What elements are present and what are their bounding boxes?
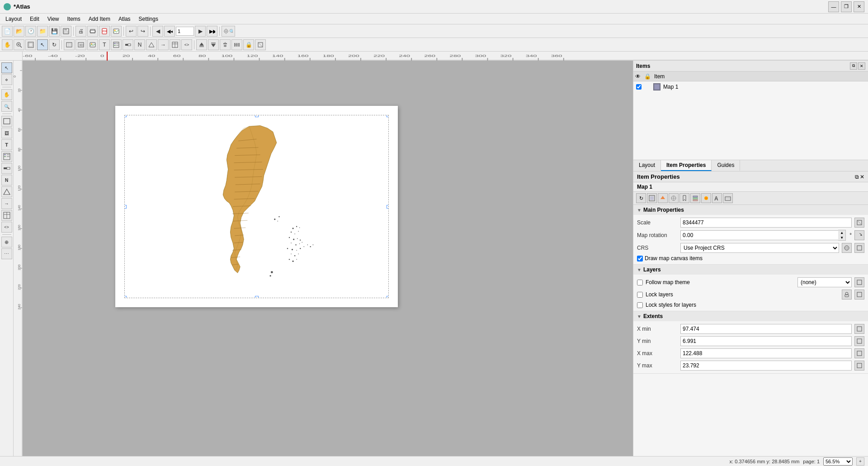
handle-top-right[interactable]: [387, 115, 389, 117]
move-item-content-tool[interactable]: ⊕: [1, 237, 12, 247]
lower-button[interactable]: [208, 39, 219, 50]
close-button[interactable]: ✕: [854, 1, 864, 12]
handle-bottom-right[interactable]: [387, 296, 389, 298]
pan-canvas-tool[interactable]: ✋: [1, 89, 12, 100]
main-properties-header[interactable]: ▼ Main Properties: [633, 205, 868, 215]
resize-button[interactable]: [255, 39, 266, 50]
follow-map-theme-checkbox[interactable]: [637, 280, 643, 285]
crs-set-button[interactable]: [854, 243, 864, 253]
edit-style-button[interactable]: [701, 193, 711, 203]
add-picture-tool[interactable]: 🖼: [1, 128, 12, 138]
follow-map-theme-select[interactable]: (none): [797, 277, 852, 287]
export-pdf-button[interactable]: PDF: [99, 26, 110, 37]
menu-settings[interactable]: Settings: [135, 15, 162, 23]
add-scalebar-tool[interactable]: [1, 163, 12, 174]
zoom-select[interactable]: 56.5%: [823, 457, 853, 466]
add-legend-tool[interactable]: [1, 151, 12, 162]
add-arrow-tool[interactable]: →: [1, 198, 12, 209]
menu-layout[interactable]: Layout: [2, 15, 25, 23]
x-max-input[interactable]: [680, 348, 852, 358]
export-image-button[interactable]: [111, 26, 122, 37]
add-map-canvas-tool[interactable]: [1, 116, 12, 127]
add-north-arrow-tool[interactable]: N: [1, 175, 12, 185]
add-text-button[interactable]: T: [99, 39, 110, 50]
handle-middle-left[interactable]: [124, 205, 127, 209]
open-button[interactable]: 📂: [14, 26, 24, 37]
extents-header[interactable]: ▼ Extents: [633, 311, 868, 321]
lock-layers-button2[interactable]: [854, 290, 864, 300]
node-edit-tool[interactable]: ⋄: [1, 74, 12, 85]
menu-add-item[interactable]: Add Item: [85, 15, 114, 23]
save-button[interactable]: 💾: [49, 26, 60, 37]
set-bookmark-extent-button[interactable]: [679, 193, 689, 203]
rotation-down-button[interactable]: ▼: [838, 235, 845, 240]
y-max-set-button[interactable]: [854, 361, 864, 371]
add-text-tool[interactable]: T: [1, 139, 12, 150]
add-arrow-button[interactable]: →: [158, 39, 169, 50]
add-image-button[interactable]: [87, 39, 98, 50]
save-as-button[interactable]: [61, 26, 71, 37]
refresh-map-button[interactable]: ↻: [636, 193, 646, 203]
add-3d-map-button[interactable]: 3D: [75, 39, 86, 50]
undo-button[interactable]: ↩: [126, 26, 137, 37]
last-page-button[interactable]: ▶▶: [207, 26, 217, 37]
handle-middle-right[interactable]: [387, 205, 389, 209]
pan-tool-button[interactable]: ✋: [2, 39, 13, 50]
rotation-set-button[interactable]: [854, 230, 864, 240]
items-panel-close-button[interactable]: ✕: [858, 62, 865, 70]
handle-bottom-left[interactable]: [124, 296, 127, 298]
menu-view[interactable]: View: [44, 15, 63, 23]
add-scalebar-button[interactable]: [123, 39, 133, 50]
rotation-up-button[interactable]: ▲: [838, 230, 845, 235]
list-item[interactable]: Map 1: [635, 82, 866, 91]
handle-top-middle[interactable]: [255, 115, 259, 117]
lock-items-button[interactable]: 🔒: [243, 39, 254, 50]
map-rotation-input[interactable]: [680, 230, 838, 240]
print-preview-button[interactable]: [87, 26, 98, 37]
update-extent-button[interactable]: [658, 193, 668, 203]
item-visible-checkbox[interactable]: [636, 84, 642, 90]
print-button[interactable]: 🖨: [75, 26, 86, 37]
lock-layers-checkbox[interactable]: [637, 292, 643, 298]
refresh-button[interactable]: ↻: [49, 39, 60, 50]
tab-item-properties[interactable]: Item Properties: [661, 160, 712, 171]
zoom-in-status-button[interactable]: +: [856, 457, 864, 466]
minimize-button[interactable]: —: [828, 1, 839, 12]
edit-labels-button[interactable]: A: [712, 193, 722, 203]
lock-styles-checkbox[interactable]: [637, 302, 643, 308]
add-legend-button[interactable]: [111, 39, 122, 50]
add-shape-tool[interactable]: [1, 186, 12, 197]
x-min-input[interactable]: [680, 324, 852, 334]
lock-layers-button1[interactable]: [842, 290, 852, 300]
item-props-float-button[interactable]: ⧉: [855, 174, 859, 180]
zoom-fit-button[interactable]: [25, 39, 36, 50]
tab-layout[interactable]: Layout: [633, 160, 661, 171]
follow-map-theme-button[interactable]: [854, 277, 864, 287]
zoom-in-button[interactable]: [14, 39, 24, 50]
edit-nodes-tool[interactable]: ⋯: [1, 248, 12, 259]
x-min-set-button[interactable]: [854, 324, 864, 334]
tab-guides[interactable]: Guides: [712, 160, 740, 171]
distribute-button[interactable]: [231, 39, 242, 50]
restore-button[interactable]: ❐: [841, 1, 852, 12]
select-tool-button[interactable]: ↖: [37, 39, 48, 50]
crs-select-button[interactable]: [842, 243, 852, 253]
menu-items[interactable]: Items: [64, 15, 84, 23]
add-map-button[interactable]: [64, 39, 75, 50]
clipping-button[interactable]: [723, 193, 733, 203]
menu-edit[interactable]: Edit: [26, 15, 43, 23]
handle-top-left[interactable]: [124, 115, 127, 117]
items-panel-float-button[interactable]: ⧉: [850, 62, 857, 70]
item-props-close-button[interactable]: ✕: [860, 174, 864, 180]
y-min-set-button[interactable]: [854, 336, 864, 346]
add-attribute-table-tool[interactable]: [1, 210, 12, 221]
add-table-button[interactable]: [170, 39, 180, 50]
add-shape-button[interactable]: [146, 39, 157, 50]
canvas[interactable]: [23, 61, 633, 456]
draw-canvas-items-checkbox[interactable]: [637, 256, 643, 262]
raise-button[interactable]: [196, 39, 207, 50]
menu-atlas[interactable]: Atlas: [115, 15, 134, 23]
map-frame[interactable]: [124, 115, 389, 298]
set-atlas-extent-button[interactable]: [669, 193, 679, 203]
first-page-button[interactable]: ◀◀: [164, 26, 175, 37]
